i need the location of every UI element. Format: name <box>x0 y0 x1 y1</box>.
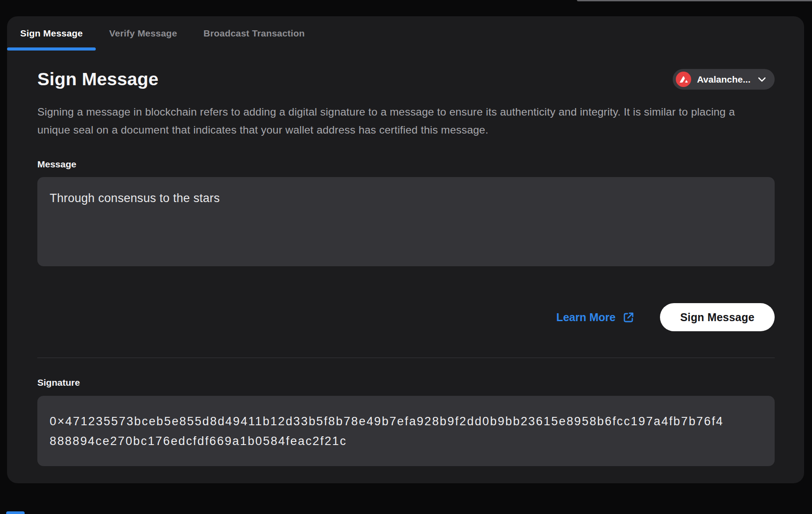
title-row: Sign Message Avalanche... <box>37 69 775 90</box>
learn-more-label: Learn More <box>556 311 616 324</box>
message-input[interactable]: Through consensus to the stars <box>37 177 775 266</box>
page-title: Sign Message <box>37 69 159 90</box>
network-name: Avalanche... <box>697 74 750 85</box>
actions-row: Learn More Sign Message <box>37 303 775 331</box>
tab-verify-message[interactable]: Verify Message <box>96 16 190 51</box>
signature-label: Signature <box>37 377 775 388</box>
page-description: Signing a message in blockchain refers t… <box>37 103 754 139</box>
sign-message-button[interactable]: Sign Message <box>660 303 775 331</box>
network-selector[interactable]: Avalanche... <box>673 69 775 90</box>
offscreen-popover-edge <box>577 0 812 1</box>
tab-label: Broadcast Transaction <box>203 28 305 39</box>
tab-label: Sign Message <box>20 28 83 39</box>
tab-sign-message[interactable]: Sign Message <box>7 16 96 51</box>
message-label: Message <box>37 159 775 170</box>
signature-output[interactable]: 0×471235573bceb5e855d8d49411b12d33b5f8b7… <box>37 396 775 466</box>
offscreen-blue-indicator <box>6 511 25 514</box>
sign-message-card: Sign Message Verify Message Broadcast Tr… <box>7 16 804 483</box>
tab-broadcast-transaction[interactable]: Broadcast Transaction <box>190 16 318 51</box>
active-tab-indicator <box>7 47 96 51</box>
tab-bar: Sign Message Verify Message Broadcast Tr… <box>7 16 804 51</box>
section-divider <box>37 358 775 358</box>
chevron-down-icon <box>758 77 766 82</box>
signature-value: 0×471235573bceb5e855d8d49411b12d33b5f8b7… <box>50 412 729 451</box>
learn-more-link[interactable]: Learn More <box>556 311 634 324</box>
tab-label: Verify Message <box>109 28 177 39</box>
external-link-icon <box>623 311 634 323</box>
avalanche-logo-icon <box>676 72 691 87</box>
card-content: Sign Message Avalanche... Signing a mess… <box>7 51 804 466</box>
